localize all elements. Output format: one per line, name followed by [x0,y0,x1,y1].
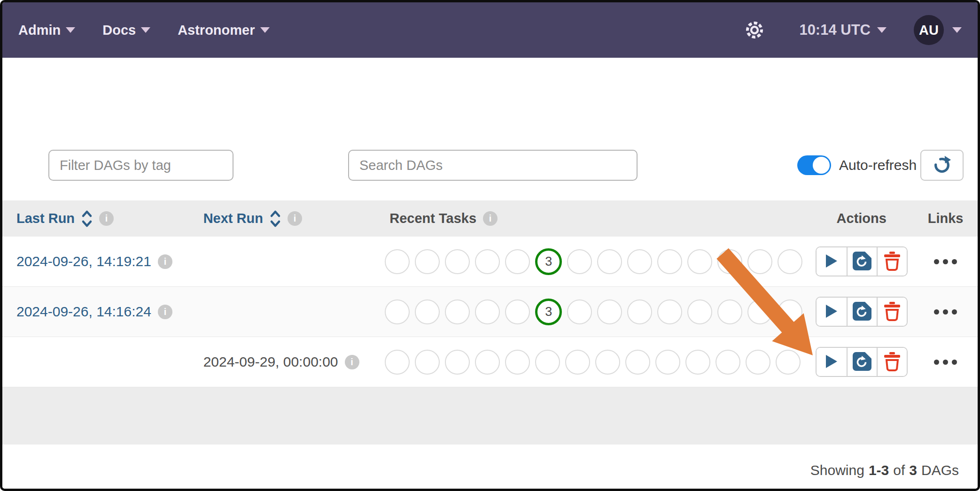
last-run-sort-link[interactable]: Last Run [16,211,75,226]
task-instance-circle[interactable] [475,299,500,324]
table-body: 2024-09-26, 14:19:21i 3 [2,237,978,387]
dag-actions-group [816,297,908,327]
refresh-dag-button[interactable] [847,348,877,376]
dag-actions-group [816,246,908,276]
task-instance-circle[interactable] [505,350,530,375]
auto-refresh-label: Auto-refresh [839,157,917,173]
actions-cell [809,337,913,387]
task-instance-circle[interactable] [625,350,650,375]
play-icon [825,254,838,269]
timezone-dropdown[interactable]: 10:14 UTC [799,22,887,38]
avatar[interactable]: AU [914,15,944,45]
task-instance-circle[interactable] [475,249,500,274]
ellipsis-icon [934,309,939,315]
links-menu-button[interactable] [929,305,962,319]
sort-icon[interactable] [270,209,281,228]
task-instance-circle[interactable] [445,299,470,324]
task-instance-circle[interactable] [747,299,772,324]
refresh-dag-button[interactable] [847,247,877,276]
last-run-date[interactable]: 2024-09-26, 14:16:24 [16,304,151,320]
trash-icon [884,251,901,272]
trigger-dag-button[interactable] [817,348,847,376]
auto-refresh-toggle[interactable] [797,155,831,175]
ellipsis-icon [943,309,948,315]
search-dags-input[interactable] [348,150,638,181]
task-instance-circle[interactable] [778,299,802,324]
info-icon[interactable]: i [483,211,498,226]
task-instance-circle[interactable] [657,249,682,274]
task-instance-circle[interactable] [415,299,440,324]
task-instance-circle[interactable] [565,350,590,375]
showing-total: 3 [909,462,917,478]
user-menu[interactable]: AU [914,15,962,45]
last-run-date[interactable]: 2024-09-26, 14:19:21 [16,253,151,269]
info-icon[interactable]: i [99,211,114,226]
table-header: Last Run i Next Run i [2,200,978,237]
filter-tags-input[interactable] [48,150,233,181]
task-instance-circle[interactable] [385,299,410,324]
recent-tasks-cell: 3 [375,237,809,286]
links-menu-button[interactable] [929,254,962,269]
task-instance-circle[interactable] [657,299,682,324]
task-instance-circle[interactable] [567,299,592,324]
header-links: Links [913,200,978,237]
delete-dag-button[interactable] [877,247,907,276]
task-instance-circle[interactable] [716,350,740,375]
links-menu-button[interactable] [929,355,962,369]
task-instance-circle[interactable] [415,350,440,375]
refresh-dag-button[interactable] [847,298,877,326]
task-instance-circle[interactable] [445,249,470,274]
task-instance-circle[interactable] [505,299,530,324]
task-instance-circle[interactable] [687,299,712,324]
task-instance-circle[interactable] [535,350,560,375]
task-instance-circle[interactable] [595,350,620,375]
task-instance-circle[interactable] [778,249,802,274]
ellipsis-icon [943,360,948,365]
info-icon[interactable]: i [158,305,172,319]
trigger-dag-button[interactable] [817,298,847,326]
task-instance-circle[interactable] [475,350,500,375]
task-instance-circle[interactable] [776,350,801,375]
task-instance-circle[interactable] [717,299,742,324]
info-icon[interactable]: i [158,254,172,269]
task-instance-circle[interactable] [685,350,710,375]
task-instance-circle[interactable] [627,249,652,274]
info-icon[interactable]: i [288,211,302,226]
task-instance-circle[interactable] [505,249,530,274]
task-instance-circle[interactable] [385,350,410,375]
nav-menu-astronomer[interactable]: Astronomer [178,23,269,38]
delete-dag-button[interactable] [877,348,907,376]
clock-label: 10:14 UTC [799,22,871,38]
task-instance-circle[interactable] [627,299,652,324]
task-success-circle[interactable]: 3 [535,248,562,275]
ellipsis-icon [934,360,939,365]
task-instance-circle[interactable] [385,249,410,274]
delete-dag-button[interactable] [877,298,907,326]
task-instance-circle[interactable] [597,249,622,274]
task-instance-circle[interactable] [415,249,440,274]
next-run-sort-link[interactable]: Next Run [203,211,263,226]
task-instance-circle[interactable] [445,350,470,375]
task-instance-circle[interactable] [717,249,742,274]
trigger-dag-button[interactable] [817,247,847,276]
nav-menu-admin[interactable]: Admin [18,23,75,38]
last-run-cell [2,337,189,387]
task-instance-circle[interactable] [747,249,772,274]
task-instance-circle[interactable] [687,249,712,274]
next-run-cell: 2024-09-29, 00:00:00i [189,337,376,387]
task-instance-circle[interactable] [655,350,680,375]
links-cell [913,287,978,337]
recent-tasks-cell: 3 [375,287,809,337]
task-instance-circle[interactable] [746,350,770,375]
task-instance-circle[interactable] [567,249,592,274]
info-icon[interactable]: i [345,355,359,369]
sort-icon[interactable] [81,209,93,228]
task-success-circle[interactable]: 3 [535,299,562,325]
nav-menu-admin-label: Admin [18,23,61,38]
airflow-dags-page: Admin Docs Astronomer 10:14 UTC [0,0,980,491]
task-instance-circle[interactable] [597,299,622,324]
refresh-button[interactable] [920,150,964,181]
nav-menu-docs[interactable]: Docs [102,23,150,38]
gear-icon[interactable] [744,19,765,41]
showing-range: 1-3 [869,462,889,478]
